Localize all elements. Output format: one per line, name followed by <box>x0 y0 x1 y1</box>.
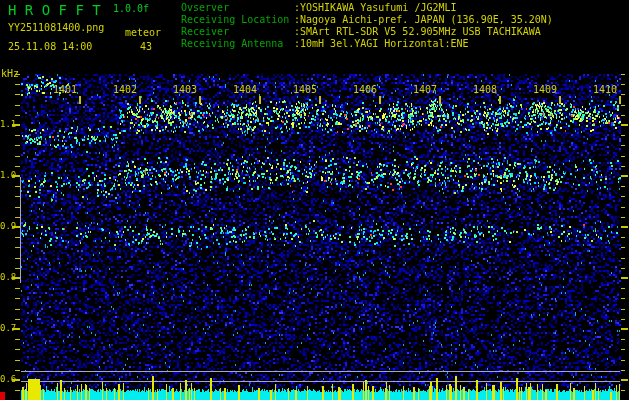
freq-tick-label: 0.6 <box>0 374 15 384</box>
observation-mode: meteor <box>125 27 161 38</box>
station-info: Ovserver:YOSHIKAWA Yasufumi /JG2MLIRecei… <box>181 2 553 50</box>
info-value: :Nagoya Aichi-pref. JAPAN (136.90E, 35.2… <box>294 14 553 25</box>
time-tick-label: 1401 <box>52 84 77 95</box>
time-tick-label: 1404 <box>232 84 257 95</box>
app-title: H R O F F T <box>8 2 101 18</box>
output-filename: YY2511081400.png <box>8 22 104 33</box>
app-version: 1.0.0f <box>113 3 149 14</box>
spectrogram-canvas <box>0 0 629 400</box>
freq-tick-label: 1.1 <box>0 119 15 129</box>
time-tick-label: 1407 <box>412 84 437 95</box>
freq-tick-label: 0.7 <box>0 323 15 333</box>
info-value: :10mH 3el.YAGI Horizontal:ENE <box>294 38 469 49</box>
info-value: :YOSHIKAWA Yasufumi /JG2MLI <box>294 2 457 13</box>
observation-datetime: 25.11.08 14:00 <box>8 41 92 52</box>
time-tick-label: 1405 <box>292 84 317 95</box>
info-value: :SMArt RTL-SDR V5 52.905MHz USB TACHIKAW… <box>294 26 541 37</box>
info-label: Receiving Location <box>181 14 294 26</box>
echo-count: 43 <box>140 41 152 52</box>
freq-tick-label: 0.8 <box>0 272 15 282</box>
freq-axis-unit: kHz <box>1 68 19 79</box>
time-tick-label: 1402 <box>112 84 137 95</box>
time-tick-label: 1403 <box>172 84 197 95</box>
time-tick-label: 1408 <box>472 84 497 95</box>
hrofft-window: H R O F F T 1.0.0f YY2511081400.png mete… <box>0 0 629 400</box>
station-info-row: Receiving Location:Nagoya Aichi-pref. JA… <box>181 14 553 26</box>
info-label: Ovserver <box>181 2 294 14</box>
time-tick-label: 1409 <box>532 84 557 95</box>
freq-tick-label: 1.0 <box>0 170 15 180</box>
station-info-row: Receiver:SMArt RTL-SDR V5 52.905MHz USB … <box>181 26 553 38</box>
info-label: Receiver <box>181 26 294 38</box>
freq-tick-label: 0.9 <box>0 221 15 231</box>
station-info-row: Ovserver:YOSHIKAWA Yasufumi /JG2MLI <box>181 2 553 14</box>
time-tick-label: 1410 <box>592 84 617 95</box>
station-info-row: Receiving Antenna:10mH 3el.YAGI Horizont… <box>181 38 553 50</box>
info-label: Receiving Antenna <box>181 38 294 50</box>
time-tick-label: 1406 <box>352 84 377 95</box>
